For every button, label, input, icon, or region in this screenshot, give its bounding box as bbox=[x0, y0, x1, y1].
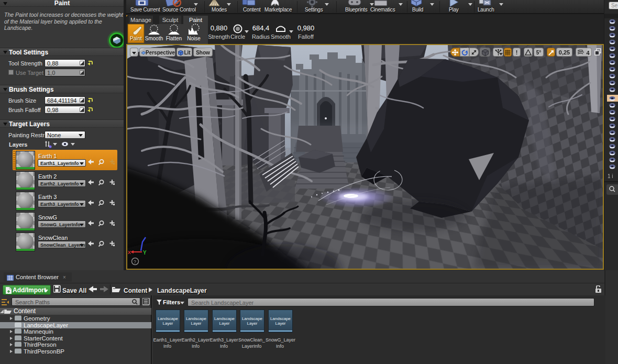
svg-text:Smooth: Smooth bbox=[145, 36, 163, 41]
svg-text:0,880: 0,880 bbox=[211, 24, 228, 32]
svg-text:?: ? bbox=[134, 259, 136, 264]
svg-text:Radius: Radius bbox=[252, 34, 270, 40]
svg-text:Circle: Circle bbox=[230, 34, 245, 40]
svg-text:Y: Y bbox=[143, 250, 147, 256]
svg-text:Paint: Paint bbox=[130, 36, 142, 41]
svg-text:Flatten: Flatten bbox=[166, 36, 182, 41]
svg-text:1 i: 1 i bbox=[608, 173, 613, 179]
svg-text:Strength: Strength bbox=[208, 34, 230, 40]
svg-text:0,980: 0,980 bbox=[297, 24, 315, 32]
svg-text:Smooth: Smooth bbox=[271, 34, 291, 40]
svg-text:Noise: Noise bbox=[187, 36, 201, 41]
svg-text:684,4: 684,4 bbox=[252, 24, 270, 32]
svg-text:Falloff: Falloff bbox=[298, 34, 314, 40]
svg-text:X: X bbox=[128, 250, 131, 255]
